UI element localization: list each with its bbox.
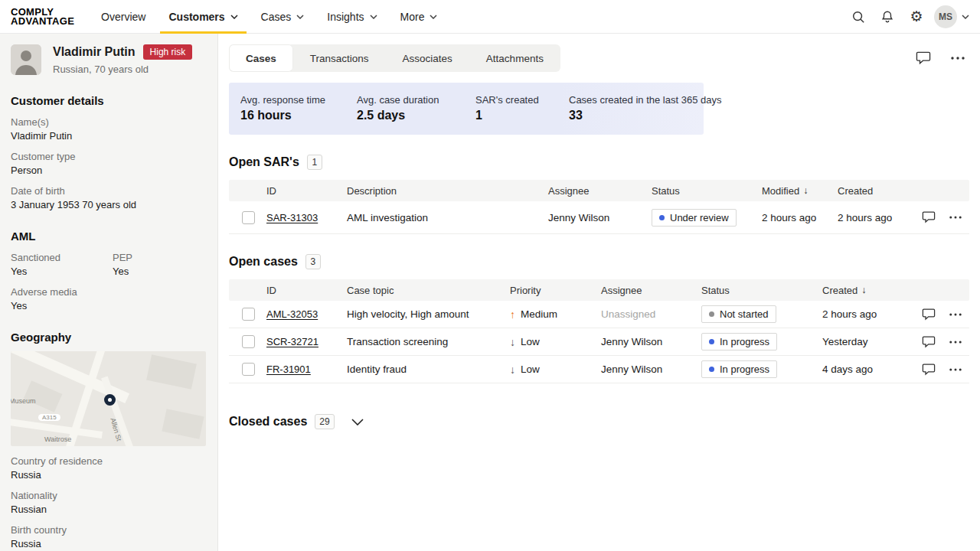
status-badge: Under review [652,209,737,227]
field-adverse-media: Adverse media Yes [11,286,207,311]
column-case-topic[interactable]: Case topic [347,285,510,296]
row-actions-icon[interactable] [949,313,962,316]
stat-avg-response-time: Avg. response time 16 hours [240,94,325,122]
nav-label: Overview [101,11,145,23]
comments-icon[interactable] [922,308,936,321]
nav-label: More [400,11,425,23]
tab-cases[interactable]: Cases [229,44,293,72]
case-id-link[interactable]: AML-32053 [266,308,318,320]
sort-desc-icon: ↓ [803,185,808,196]
case-tabs: Cases Transactions Associates Attachment… [229,44,560,72]
customer-details-heading: Customer details [11,94,207,107]
tab-transactions[interactable]: Transactions [293,44,386,72]
open-sars-title: Open SAR's [229,155,299,169]
nav-item-customers[interactable]: Customers [157,0,249,33]
priority-down-icon: ↓ [510,364,515,376]
comments-icon[interactable] [922,364,936,376]
nav-item-overview[interactable]: Overview [90,0,157,33]
column-created-sorted[interactable]: Created↓ [822,285,915,296]
column-modified-sorted[interactable]: Modified↓ [762,185,838,197]
case-stats-bar: Avg. response time 16 hours Avg. case du… [229,83,704,135]
case-topic: High velocity, High amount [347,308,510,320]
sar-created: 2 hours ago [838,212,915,223]
stat-sars-created: SAR's created 1 [475,94,539,122]
priority-cell: ↓Low [510,364,601,376]
closed-cases-expand-chevron-icon[interactable] [351,419,364,425]
geography-heading: Geography [11,331,207,344]
row-checkbox[interactable] [242,308,255,321]
user-avatar: MS [934,5,957,28]
column-created[interactable]: Created [838,185,915,197]
chevron-down-icon [296,15,304,19]
more-options-icon[interactable] [951,57,965,60]
search-icon[interactable] [847,5,870,28]
user-menu[interactable]: MS [934,5,969,28]
comments-icon[interactable] [922,211,936,223]
sort-desc-icon: ↓ [861,285,866,295]
table-row: FR-31901 Identity fraud ↓Low Jenny Wilso… [229,356,969,383]
column-assignee[interactable]: Assignee [548,185,652,197]
column-status[interactable]: Status [701,285,822,296]
row-checkbox[interactable] [242,363,255,376]
comments-icon[interactable] [922,336,936,348]
chevron-down-icon [430,15,437,19]
main-content: Cases Transactions Associates Attachment… [218,34,980,551]
logo-text: COMPLY ADVANTAGE [11,8,74,25]
geography-map[interactable]: Museum A315 Waitrose Allen St [11,351,206,446]
row-checkbox[interactable] [242,211,255,224]
chevron-down-icon [230,15,238,19]
row-actions-icon[interactable] [949,216,962,219]
column-status[interactable]: Status [652,185,762,197]
open-sars-table: ID Description Assignee Status Modified↓… [229,180,969,234]
main-nav: Overview Customers Cases Insights More [90,0,449,33]
priority-cell: ↓Low [510,336,601,348]
nav-item-insights[interactable]: Insights [315,0,388,33]
case-topic: Identity fraud [347,364,510,375]
column-description[interactable]: Description [347,185,548,197]
case-created: Yesterday [822,336,915,347]
aml-heading: AML [11,230,207,243]
settings-gear-icon[interactable]: ⚙ [905,5,928,28]
case-id-link[interactable]: FR-31901 [266,364,311,375]
priority-cell: ↑Medium [510,308,601,321]
nav-item-more[interactable]: More [389,0,449,33]
row-actions-icon[interactable] [949,341,962,344]
status-dot [709,339,714,344]
field-customer-type: Customer type Person [11,151,207,176]
case-assignee: Jenny Wilson [601,336,701,347]
open-cases-header-row: ID Case topic Priority Assignee Status C… [229,279,969,301]
field-names: Name(s) Vladimir Putin [11,116,207,142]
risk-badge: High risk [143,44,193,60]
stat-cases-created-365: Cases created in the last 365 days 33 [569,94,721,122]
case-id-link[interactable]: SCR-32721 [266,336,318,347]
map-label-road: A315 [38,414,60,421]
sar-description: AML investigation [347,212,548,223]
case-created: 2 hours ago [822,308,915,320]
field-country-of-residence: Country of residence Russia [11,455,207,481]
map-label-museum: Museum [11,397,36,405]
topbar-actions: ⚙ MS [847,0,980,33]
tab-attachments[interactable]: Attachments [469,44,560,72]
complyadvantage-logo[interactable]: COMPLY ADVANTAGE [0,0,90,33]
comments-icon[interactable] [916,51,931,65]
sar-id-link[interactable]: SAR-31303 [266,212,318,223]
nav-item-cases[interactable]: Cases [250,0,316,33]
field-sanctioned: Sanctioned Yes [11,252,113,277]
column-id[interactable]: ID [266,285,347,296]
column-id[interactable]: ID [266,185,347,197]
status-badge: In progress [701,333,777,350]
customer-photo [11,44,41,75]
notifications-bell-icon[interactable] [876,5,899,28]
column-priority[interactable]: Priority [510,285,601,296]
status-dot [709,311,714,317]
row-actions-icon[interactable] [949,368,962,371]
chevron-down-icon [370,15,377,19]
map-pin-icon [104,394,116,406]
column-assignee[interactable]: Assignee [601,285,701,296]
nav-label: Insights [327,11,364,23]
row-checkbox[interactable] [242,335,255,348]
open-cases-count-badge: 3 [305,254,321,269]
customer-profile-header: Vladimir Putin High risk Russian, 70 yea… [11,44,207,75]
tab-associates[interactable]: Associates [386,44,469,72]
customer-name: Vladimir Putin [53,45,136,59]
